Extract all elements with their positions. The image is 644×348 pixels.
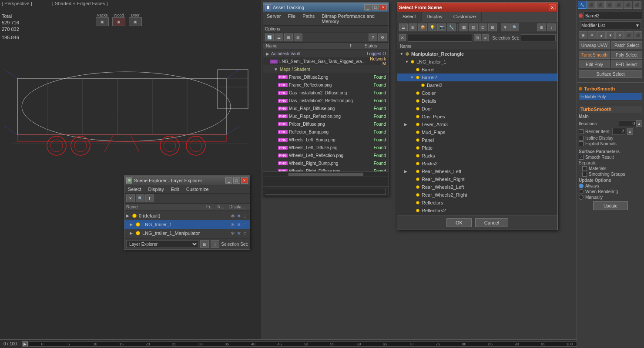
rp-explicit-check[interactable] — [579, 141, 584, 146]
rp-poly-select-btn[interactable]: Poly Select — [611, 51, 642, 59]
rp-motion-btn[interactable]: ⬛ — [596, 1, 605, 9]
rp-editable-poly-item[interactable]: Editable Poly — [579, 93, 642, 100]
layer-row-lng1[interactable]: ▶ LNG_trailer_1 ✻ ❄ □ — [124, 220, 250, 229]
at-row-mud-flaps-diff[interactable]: PNG Mud_Flaps_Diffuse.png Found — [263, 104, 389, 112]
rp-iterations-input[interactable] — [619, 120, 636, 127]
at-row-reflector-bump[interactable]: PNG Reflector_Bump.png Found — [263, 128, 389, 136]
tree-rwr[interactable]: Rear_Wheels_Right — [397, 175, 557, 183]
rp-turbosmooth-btn[interactable]: TurboSmooth — [579, 51, 610, 59]
at-row-frame-diffuse[interactable]: PNG Frame_Diffuse2.png Found — [263, 73, 389, 81]
rp-always-radio[interactable] — [579, 184, 584, 188]
close-btn[interactable]: ✕ — [241, 177, 248, 184]
rp-render-iters-input[interactable] — [612, 128, 625, 135]
tree-reflectors2[interactable]: Reflectors2 — [397, 207, 557, 214]
at-row-lng-file[interactable]: 3ds LNG_Semi_Trailer_Gas_Tank_Rigged_vra… — [263, 57, 389, 65]
footer-icon-btn1[interactable]: ⊞ — [200, 240, 209, 248]
rp-utilities-btn[interactable]: ⬛ — [614, 1, 623, 9]
rp-mod-tb7[interactable]: ⬛ — [634, 31, 642, 39]
sfs-tb-btn10[interactable]: ⊠ — [488, 23, 497, 31]
timeline[interactable]: 0 / 100 ▶ 0 5 10 15 20 25 30 35 40 45 50… — [0, 339, 583, 348]
timeline-bar[interactable]: 0 5 10 15 20 25 30 35 40 45 50 55 60 65 … — [29, 341, 583, 347]
sfs-filter-btn1[interactable]: ⊞ — [474, 34, 481, 41]
sfs-filter-btn2[interactable]: ≡ — [482, 34, 489, 41]
sfs-tb-btn9[interactable]: ⊡ — [479, 23, 487, 31]
rp-patch-select-btn[interactable]: Patch Select — [611, 41, 642, 49]
tree-door[interactable]: Door — [397, 105, 557, 113]
sfs-tb-btn13[interactable]: ⊞ — [537, 23, 546, 31]
at-maximize-btn[interactable]: □ — [372, 4, 379, 10]
tree-barrel2b[interactable]: Barrel2 — [397, 81, 557, 89]
tree-racks2[interactable]: Racks2 — [397, 160, 557, 167]
tree-plate[interactable]: Plate — [397, 144, 557, 152]
sfs-x-btn[interactable]: ✕ — [399, 34, 406, 41]
sfs-tree[interactable]: ▼ Manipulator_Rectangle ▼ LNG_trailer_1 … — [397, 50, 557, 215]
at-tb-help[interactable]: ? — [369, 33, 377, 41]
tree-root[interactable]: ▼ Manipulator_Rectangle — [397, 50, 557, 58]
sfs-tab-display[interactable]: Display — [422, 12, 448, 22]
sfs-close-btn[interactable]: ✕ — [549, 4, 556, 10]
sfs-tab-select[interactable]: Select — [397, 12, 422, 22]
rp-extra-btn2[interactable]: ⬛ — [633, 1, 641, 9]
rp-mod-tb1[interactable]: ⊞ — [579, 31, 587, 39]
rp-manually-radio[interactable] — [579, 195, 584, 200]
at-row-wheels-right-bump[interactable]: PNG Wheels_Right_Bump.png Found — [263, 159, 389, 167]
at-tb-list[interactable]: ☰ — [275, 33, 283, 41]
sfs-tb-btn2[interactable]: ⊞ — [409, 23, 417, 31]
at-options[interactable]: Options — [263, 26, 389, 33]
rp-smooth-result-check[interactable] — [579, 155, 584, 160]
rp-extra-btn1[interactable]: ⬛ — [624, 1, 632, 9]
tree-reflectors[interactable]: Reflectors — [397, 199, 557, 207]
sfs-tb-btn6[interactable]: 🔧 — [447, 23, 456, 31]
at-menu-paths[interactable]: Paths — [301, 13, 316, 24]
sfs-tb-btn5[interactable]: 📷 — [437, 23, 446, 31]
sfs-cancel-btn[interactable]: Cancel — [475, 218, 508, 227]
rp-edit-poly-btn[interactable]: Edit Poly — [579, 60, 610, 68]
at-tb-view[interactable]: ⊟ — [294, 33, 302, 41]
sfs-titlebar[interactable]: Select From Scene ✕ — [397, 3, 557, 12]
layer-row-default[interactable]: ▶ 0 (default) ✻ ❄ □ — [124, 211, 250, 220]
minimize-btn[interactable]: _ — [225, 177, 232, 184]
se-tb-btn2[interactable]: 🔍 — [136, 194, 144, 202]
at-row-gas-install-reflect[interactable]: PNG Gas_Installation2_Reflection.png Fou… — [263, 97, 389, 104]
sfs-tb-btn7[interactable]: ▦ — [460, 23, 468, 31]
at-tb-grid[interactable]: ⊞ — [284, 33, 293, 41]
sfs-tb-btn11[interactable]: ▼ — [501, 23, 510, 31]
at-row-gas-install-diff[interactable]: PNG Gas_Installation2_Diffuse.png Found — [263, 89, 389, 97]
tree-rw2r[interactable]: Rear_Wheels2_Right — [397, 191, 557, 199]
rp-mod-tb6[interactable]: ⬛ — [624, 31, 633, 39]
at-tb-refresh[interactable]: 🔄 — [265, 33, 274, 41]
rp-isoline-check[interactable] — [579, 136, 584, 141]
tree-gas-pipes[interactable]: Gas_Pipes — [397, 113, 557, 120]
tree-lng1[interactable]: ▼ LNG_trailer_1 — [397, 58, 557, 66]
rp-modifier-list-dropdown[interactable]: Modifier List ▼ — [580, 21, 641, 29]
tree-rw2l[interactable]: Rear_Wheels2_Left — [397, 183, 557, 191]
tree-panel[interactable]: Panel — [397, 136, 557, 144]
se-tb-btn3[interactable]: ⬆ — [145, 194, 154, 202]
sfs-tb-btn8[interactable]: ▤ — [469, 23, 478, 31]
asset-tracking-titlebar[interactable]: 📋 Asset Tracking _ □ ✕ — [263, 3, 389, 12]
sfs-tb-btn3[interactable]: 📦 — [418, 23, 427, 31]
at-tb-settings[interactable]: ⚙ — [378, 33, 387, 41]
at-menu-bitmap[interactable]: Bitmap Performance and Memory — [320, 13, 387, 24]
rp-mod-tb3[interactable]: ▲ — [597, 31, 606, 39]
tree-details[interactable]: Details — [397, 97, 557, 105]
rp-mod-tb5[interactable]: ✕ — [615, 31, 624, 39]
sfs-tb-btn14[interactable]: ↕ — [547, 23, 556, 31]
rp-modify-btn[interactable]: 🔧 — [578, 1, 587, 9]
sfs-search-input[interactable] — [408, 34, 472, 42]
rp-mod-tb2[interactable]: ≡ — [588, 31, 597, 39]
at-close-btn[interactable]: ✕ — [380, 4, 387, 10]
sfs-tab-customize[interactable]: Customize — [448, 12, 482, 22]
at-hscroll[interactable] — [263, 171, 389, 177]
tree-barrel[interactable]: Barrel — [397, 66, 557, 74]
rp-surface-select-btn[interactable]: Surface Select — [579, 70, 642, 78]
sfs-tb-btn12[interactable]: 🔍 — [510, 23, 519, 31]
sfs-tb-btn4[interactable]: 💡 — [428, 23, 436, 31]
footer-icon-btn2[interactable]: ↕ — [211, 240, 219, 248]
se-tb-btn1[interactable]: ✕ — [126, 194, 135, 202]
tree-barrel2[interactable]: ▼ Barrel2 — [397, 74, 557, 81]
rp-update-btn[interactable]: Update — [593, 201, 628, 210]
layer-row-lng-manip[interactable]: ▶ LNG_trailer_1_Manipulator ✻ ❄ □ — [124, 229, 250, 238]
at-row-pribor[interactable]: PNG Pribor_Diffuse.png Found — [263, 120, 389, 128]
at-menu-server[interactable]: Server — [265, 13, 282, 24]
